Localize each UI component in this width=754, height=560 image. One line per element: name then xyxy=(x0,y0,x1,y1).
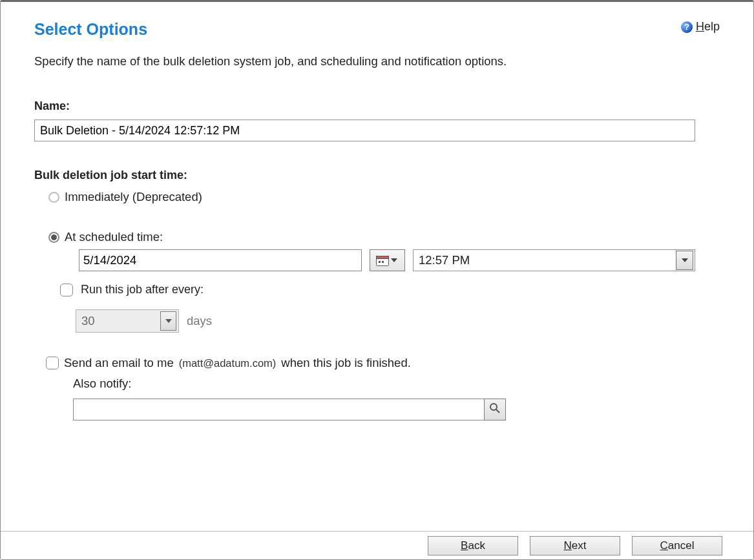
back-button[interactable]: Back xyxy=(428,536,518,555)
help-link[interactable]: ? Help xyxy=(681,20,720,34)
svg-line-8 xyxy=(496,410,499,413)
cancel-button[interactable]: Cancel xyxy=(632,536,722,555)
date-input[interactable] xyxy=(79,249,362,271)
page-title: Select Options xyxy=(34,20,147,39)
email-label-pre: Send an email to me xyxy=(64,356,174,370)
run-after-label: Run this job after every: xyxy=(81,283,204,296)
wizard-window: Select Options ? Help Specify the name o… xyxy=(0,0,754,560)
notify-section: Send an email to me (matt@adatum.com) wh… xyxy=(46,356,720,420)
also-notify-input[interactable] xyxy=(73,399,484,420)
name-input[interactable] xyxy=(34,119,695,141)
radio-immediate-row: Immediately (Deprecated) xyxy=(48,190,720,204)
content-area: Select Options ? Help Specify the name o… xyxy=(1,2,753,420)
help-icon: ? xyxy=(681,21,693,33)
start-time-label: Bulk deletion job start time: xyxy=(34,169,720,182)
lookup-button[interactable] xyxy=(484,399,506,420)
interval-value: 30 xyxy=(76,314,158,328)
help-text: Help xyxy=(696,20,720,34)
next-button[interactable]: Next xyxy=(530,536,620,555)
start-time-section: Bulk deletion job start time: Immediatel… xyxy=(34,169,720,420)
radio-scheduled-row: At scheduled time: xyxy=(48,230,720,244)
name-label: Name: xyxy=(34,99,720,113)
radio-immediate xyxy=(48,192,59,203)
radio-scheduled[interactable] xyxy=(48,232,59,243)
interval-select: 30 xyxy=(76,309,179,333)
date-picker-button[interactable] xyxy=(370,249,405,271)
svg-marker-6 xyxy=(165,319,172,323)
time-value: 12:57 PM xyxy=(414,253,675,267)
wizard-footer: Back Next Cancel xyxy=(1,531,753,559)
svg-point-7 xyxy=(490,404,497,410)
page-description: Specify the name of the bulk deletion sy… xyxy=(34,54,720,68)
svg-rect-1 xyxy=(376,256,388,259)
interval-dropdown-button xyxy=(160,311,176,331)
email-checkbox[interactable] xyxy=(46,357,59,369)
header-row: Select Options ? Help xyxy=(34,16,720,54)
email-row: Send an email to me (matt@adatum.com) wh… xyxy=(46,356,720,370)
svg-rect-3 xyxy=(382,261,384,263)
svg-rect-2 xyxy=(379,261,381,263)
scheduled-datetime-row: 12:57 PM xyxy=(79,249,720,271)
run-after-checkbox[interactable] xyxy=(60,284,73,296)
radio-immediate-label: Immediately (Deprecated) xyxy=(65,190,202,204)
time-select[interactable]: 12:57 PM xyxy=(413,249,695,271)
radio-scheduled-label: At scheduled time: xyxy=(65,230,163,244)
search-icon xyxy=(489,402,501,417)
email-address: (matt@adatum.com) xyxy=(179,357,277,369)
run-after-row: Run this job after every: xyxy=(60,283,720,296)
start-time-options: Immediately (Deprecated) At scheduled ti… xyxy=(48,190,720,333)
also-notify-label: Also notify: xyxy=(73,377,720,391)
interval-row: 30 days xyxy=(76,309,720,333)
calendar-icon xyxy=(376,254,389,266)
chevron-down-icon xyxy=(389,255,399,265)
email-label-post: when this job is finished. xyxy=(281,356,411,370)
svg-marker-4 xyxy=(391,258,397,262)
interval-unit: days xyxy=(187,314,212,328)
also-notify-row xyxy=(73,399,720,420)
time-dropdown-button[interactable] xyxy=(676,251,693,270)
svg-marker-5 xyxy=(682,258,688,262)
